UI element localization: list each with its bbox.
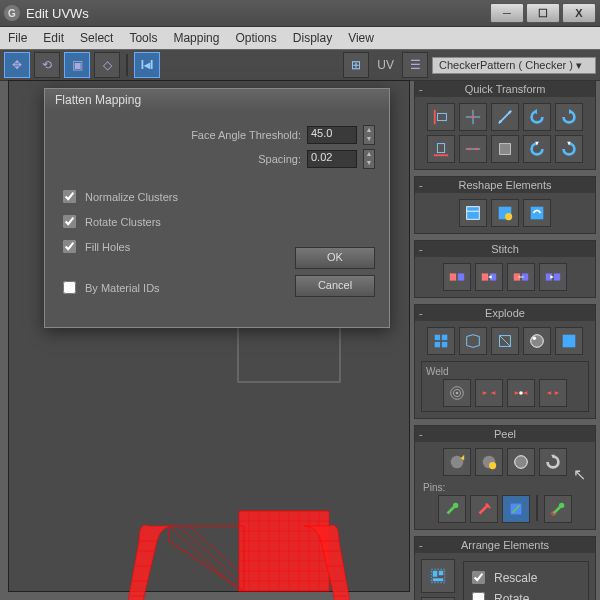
scale-tool-icon[interactable]: ▣ — [64, 52, 90, 78]
collapse-icon[interactable]: - — [419, 83, 423, 95]
minimize-button[interactable]: ─ — [490, 3, 524, 23]
rotate-ccw-icon[interactable] — [523, 103, 551, 131]
fill-holes-checkbox[interactable] — [63, 240, 76, 253]
flatten-mapping-dialog: Flatten Mapping Face Angle Threshold: 45… — [44, 88, 390, 328]
cancel-button[interactable]: Cancel — [295, 275, 375, 297]
pin-add-icon[interactable] — [438, 495, 466, 523]
space-evenly-icon[interactable] — [491, 135, 519, 163]
face-angle-label: Face Angle Threshold: — [191, 129, 301, 141]
menubar: File Edit Select Tools Mapping Options D… — [0, 27, 600, 49]
menu-edit[interactable]: Edit — [43, 31, 64, 45]
svg-rect-44 — [450, 273, 456, 280]
maximize-button[interactable]: ☐ — [526, 3, 560, 23]
rescale-checkbox[interactable] — [472, 571, 485, 584]
peel-mode-icon[interactable] — [475, 448, 503, 476]
pack-together-icon[interactable] — [421, 559, 455, 593]
pin-remove-icon[interactable] — [470, 495, 498, 523]
freeform-tool-icon[interactable]: ◇ — [94, 52, 120, 78]
texture-dropdown[interactable]: CheckerPattern ( Checker ) ▾ — [432, 57, 596, 74]
svg-rect-91 — [433, 571, 438, 577]
move-tool-icon[interactable]: ✥ — [4, 52, 30, 78]
collapse-icon[interactable]: - — [419, 243, 423, 255]
svg-rect-53 — [554, 273, 560, 280]
svg-rect-92 — [439, 571, 444, 576]
pin-select-icon[interactable] — [502, 495, 530, 523]
close-button[interactable]: X — [562, 3, 596, 23]
relax-icon[interactable] — [491, 199, 519, 227]
svg-rect-43 — [531, 207, 544, 220]
titlebar: G Edit UVWs ─ ☐ X — [0, 0, 600, 27]
stitch-selected-icon[interactable] — [443, 263, 471, 291]
collapse-icon[interactable]: - — [419, 307, 423, 319]
stitch-source-icon[interactable] — [475, 263, 503, 291]
align-left-icon[interactable] — [427, 103, 455, 131]
svg-rect-45 — [458, 273, 464, 280]
uv-mesh — [89, 451, 369, 600]
pelt-map-icon[interactable] — [507, 448, 535, 476]
collapse-icon[interactable]: - — [419, 428, 423, 440]
align-center-icon[interactable] — [459, 103, 487, 131]
pin-auto-icon[interactable] — [544, 495, 572, 523]
menu-mapping[interactable]: Mapping — [173, 31, 219, 45]
rotate-90-cw-icon[interactable] — [555, 135, 583, 163]
align-middle-icon[interactable] — [459, 135, 487, 163]
face-angle-spinner[interactable]: ▲▼ — [363, 125, 375, 145]
stitch-target-icon[interactable] — [539, 263, 567, 291]
svg-rect-57 — [435, 342, 440, 347]
svg-point-88 — [559, 503, 564, 508]
flatten-by-face-icon[interactable] — [459, 327, 487, 355]
normalize-checkbox[interactable] — [63, 190, 76, 203]
svg-rect-64 — [563, 335, 576, 348]
collapse-icon[interactable]: - — [419, 539, 423, 551]
weld-all-icon[interactable] — [507, 379, 535, 407]
weld-selected-icon[interactable] — [443, 379, 471, 407]
weld-to-target-icon[interactable] — [475, 379, 503, 407]
dialog-title: Flatten Mapping — [45, 89, 389, 111]
straighten-icon[interactable] — [459, 199, 487, 227]
svg-point-67 — [456, 392, 459, 395]
rotate-cw-icon[interactable] — [555, 103, 583, 131]
linear-align-icon[interactable] — [491, 103, 519, 131]
spacing-label: Spacing: — [258, 153, 301, 165]
svg-rect-93 — [433, 578, 444, 581]
menu-select[interactable]: Select — [80, 31, 113, 45]
svg-point-27 — [499, 120, 502, 123]
spacing-input[interactable]: 0.02 — [307, 150, 357, 168]
show-map-icon[interactable]: ⊞ — [343, 52, 369, 78]
spacing-spinner[interactable]: ▲▼ — [363, 149, 375, 169]
rotate-tool-icon[interactable]: ⟲ — [34, 52, 60, 78]
flatten-by-matid-icon[interactable] — [555, 327, 583, 355]
pins-label: Pins: — [423, 482, 587, 493]
quick-peel-icon[interactable] — [443, 448, 471, 476]
ok-button[interactable]: OK — [295, 247, 375, 269]
uv-options-icon[interactable]: ☰ — [402, 52, 428, 78]
svg-marker-73 — [547, 391, 552, 395]
align-bottom-icon[interactable] — [427, 135, 455, 163]
rotate-clusters-checkbox[interactable] — [63, 215, 76, 228]
menu-view[interactable]: View — [348, 31, 374, 45]
stitch-rollout: -Stitch — [414, 240, 596, 298]
relax-until-flat-icon[interactable] — [523, 199, 551, 227]
app-icon: G — [4, 5, 20, 21]
rotate-90-ccw-icon[interactable] — [523, 135, 551, 163]
face-angle-input[interactable]: 45.0 — [307, 126, 357, 144]
svg-rect-31 — [434, 154, 448, 156]
menu-options[interactable]: Options — [235, 31, 276, 45]
rotate-checkbox[interactable] — [472, 592, 485, 600]
reset-peel-icon[interactable] — [539, 448, 567, 476]
break-weld-icon[interactable] — [539, 379, 567, 407]
menu-display[interactable]: Display — [293, 31, 332, 45]
collapse-icon[interactable]: - — [419, 179, 423, 191]
mirror-tool-icon[interactable]: I◂I — [134, 52, 160, 78]
flatten-by-smg-icon[interactable] — [523, 327, 551, 355]
stitch-average-icon[interactable] — [507, 263, 535, 291]
break-icon[interactable] — [427, 327, 455, 355]
svg-point-63 — [533, 337, 537, 341]
window-title: Edit UVWs — [26, 6, 490, 21]
flatten-by-poly-icon[interactable] — [491, 327, 519, 355]
menu-tools[interactable]: Tools — [129, 31, 157, 45]
svg-rect-56 — [442, 335, 447, 340]
svg-rect-22 — [437, 113, 446, 120]
menu-file[interactable]: File — [8, 31, 27, 45]
by-material-checkbox[interactable] — [63, 281, 76, 294]
